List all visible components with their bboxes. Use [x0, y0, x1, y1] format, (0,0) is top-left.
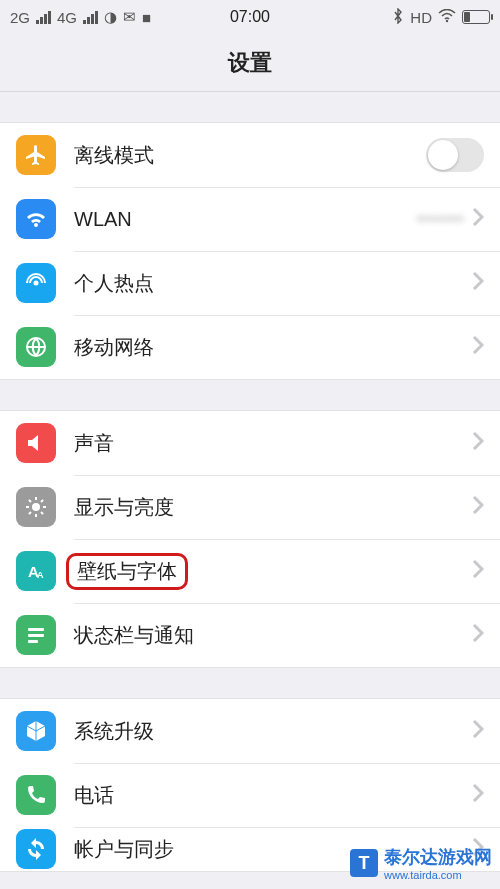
chevron-right-icon	[472, 335, 484, 359]
chevron-right-icon	[472, 271, 484, 295]
row-wlan[interactable]: WLAN ••••••••	[0, 187, 500, 251]
speaker-icon	[16, 423, 56, 463]
row-display-brightness[interactable]: 显示与亮度	[0, 475, 500, 539]
highlight-annotation: 壁纸与字体	[66, 553, 188, 590]
row-wallpaper-font[interactable]: AA 壁纸与字体	[0, 539, 500, 603]
row-label: 显示与亮度	[74, 494, 472, 521]
svg-line-11	[41, 500, 43, 502]
row-statusbar-notifications[interactable]: 状态栏与通知	[0, 603, 500, 667]
airplane-icon	[16, 135, 56, 175]
svg-line-10	[29, 512, 31, 514]
wlan-detail: ••••••••	[416, 209, 464, 229]
row-label: 离线模式	[74, 142, 426, 169]
chevron-right-icon	[472, 495, 484, 519]
svg-rect-16	[28, 640, 38, 643]
chevron-right-icon	[472, 623, 484, 647]
row-label: 电话	[74, 782, 472, 809]
row-label: 系统升级	[74, 718, 472, 745]
battery-icon	[462, 10, 490, 24]
svg-point-3	[32, 503, 40, 511]
chevron-right-icon	[472, 719, 484, 743]
row-label: 壁纸与字体	[77, 558, 177, 585]
row-hotspot[interactable]: 个人热点	[0, 251, 500, 315]
row-label: WLAN	[74, 208, 416, 231]
row-system-update[interactable]: 系统升级	[0, 699, 500, 763]
brightness-icon	[16, 487, 56, 527]
phone-icon	[16, 775, 56, 815]
row-phone[interactable]: 电话	[0, 763, 500, 827]
row-sound[interactable]: 声音	[0, 411, 500, 475]
watermark-text: 泰尔达游戏网	[384, 845, 492, 869]
svg-line-9	[41, 512, 43, 514]
chevron-right-icon	[472, 431, 484, 455]
svg-rect-14	[28, 628, 44, 631]
globe-icon	[16, 327, 56, 367]
hotspot-icon	[16, 263, 56, 303]
svg-text:A: A	[37, 570, 44, 580]
row-label: 移动网络	[74, 334, 472, 361]
wifi-icon	[16, 199, 56, 239]
svg-rect-15	[28, 634, 44, 637]
page-title: 设置	[228, 48, 272, 78]
row-label: 声音	[74, 430, 472, 457]
row-cellular[interactable]: 移动网络	[0, 315, 500, 379]
status-time: 07:00	[0, 8, 500, 26]
row-airplane-mode[interactable]: 离线模式	[0, 123, 500, 187]
row-label: 个人热点	[74, 270, 472, 297]
page-header: 设置	[0, 34, 500, 92]
watermark: T 泰尔达游戏网 www.tairda.com	[350, 845, 492, 881]
chevron-right-icon	[472, 207, 484, 231]
chevron-right-icon	[472, 783, 484, 807]
row-label: 状态栏与通知	[74, 622, 472, 649]
sync-icon	[16, 829, 56, 869]
settings-group-network: 离线模式 WLAN •••••••• 个人热点 移动网络	[0, 122, 500, 380]
svg-line-8	[29, 500, 31, 502]
svg-point-1	[34, 281, 39, 286]
chevron-right-icon	[472, 559, 484, 583]
airplane-toggle[interactable]	[426, 138, 484, 172]
status-bar: 2G 4G ◑ ✉ ■ 07:00 HD	[0, 0, 500, 34]
watermark-url: www.tairda.com	[384, 869, 492, 881]
cube-icon	[16, 711, 56, 751]
settings-group-display: 声音 显示与亮度 AA 壁纸与字体 状态栏与通知	[0, 410, 500, 668]
watermark-logo-icon: T	[350, 849, 378, 877]
list-icon	[16, 615, 56, 655]
font-icon: AA	[16, 551, 56, 591]
